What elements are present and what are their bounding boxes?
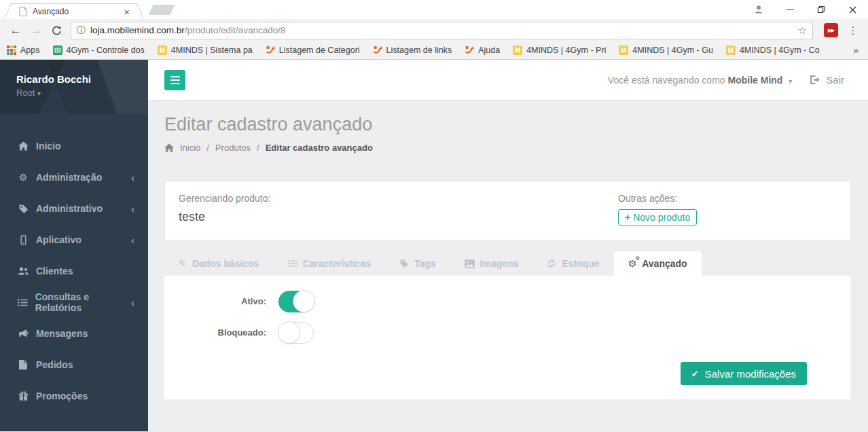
signout-button[interactable]: Sair	[810, 74, 844, 86]
bookmark-4minds-gu[interactable]: M 4MINDS | 4Gym - Gu	[619, 46, 713, 55]
tab-imagens[interactable]: Imagens	[450, 251, 533, 276]
managing-product-label: Gerenciando produto:	[179, 193, 618, 204]
tab-avancado[interactable]: ⚙⚙ Avançado	[614, 251, 702, 276]
signout-icon	[810, 75, 820, 85]
caret-down-icon: ▾	[789, 77, 792, 85]
new-tab-button[interactable]	[149, 5, 175, 15]
bookmark-4minds-pri[interactable]: M 4MINDS | 4Gym - Pri	[513, 46, 606, 55]
bookmark-4minds-co[interactable]: M 4MINDS | 4Gym - Co	[726, 46, 820, 55]
bookmark-star-icon[interactable]: ☆	[798, 24, 807, 37]
sidebar: Ricardo Bocchi Root ▾ Inicio ⚙ Administr…	[0, 60, 148, 431]
reload-icon[interactable]	[48, 22, 65, 39]
apps-grid-icon	[7, 46, 16, 55]
m-icon: M	[513, 46, 522, 55]
bookmark-4minds-sistema[interactable]: M 4MINDS | Sistema pa	[158, 46, 253, 55]
browser-toolbar: ← → ⓘ loja.mobilemind.com.br/produto/edi…	[0, 19, 868, 41]
sidebar-item-administrativo[interactable]: Administrativo ‹	[0, 193, 148, 224]
bookmark-apps[interactable]: Apps	[7, 46, 40, 55]
impersonation-dropdown[interactable]: Você está navegando como Mobile Mind ▾	[608, 75, 793, 86]
app-header: Você está navegando como Mobile Mind ▾ S…	[148, 60, 868, 101]
sidebar-item-administracao[interactable]: ⚙ Administração ‹	[0, 162, 148, 193]
advanced-tab-panel: Ativo: Bloqueado: ✔ Salvar modificações	[164, 276, 851, 399]
tab-caracteristicas[interactable]: Características	[274, 251, 385, 276]
file-icon	[16, 360, 30, 370]
page-info-icon[interactable]: ⓘ	[77, 24, 86, 37]
bookmarks-bar: Apps 4Gym - Controle dos M 4MINDS | Sist…	[0, 41, 868, 60]
browser-menu-icon[interactable]: ⋮	[845, 24, 861, 37]
tab-title: Avançado	[33, 7, 122, 16]
tab-dados-basicos[interactable]: ✎ Dados básicos	[164, 251, 274, 276]
m-icon: M	[619, 46, 628, 55]
m-icon: M	[726, 46, 736, 55]
restore-button[interactable]	[806, 0, 837, 19]
tag-icon	[399, 259, 409, 268]
breadcrumb-current: Editar cadastro avançado	[266, 143, 373, 153]
forward-icon[interactable]: →	[27, 22, 45, 39]
tab-close-icon[interactable]: ×	[122, 7, 132, 17]
gift-icon	[16, 391, 30, 401]
user-name: Ricardo Bocchi	[16, 73, 148, 85]
save-button[interactable]: ✔ Salvar modificações	[681, 362, 807, 385]
breadcrumb-produtos[interactable]: Produtos	[215, 143, 251, 153]
swoosh-icon	[266, 46, 275, 55]
sidebar-item-inicio[interactable]: Inicio	[0, 130, 148, 162]
chevron-left-icon: ‹	[131, 203, 134, 215]
chevron-left-icon: ‹	[131, 234, 134, 246]
home-icon	[16, 141, 30, 151]
extension-icon[interactable]: ▶▶	[824, 23, 838, 37]
bookmark-listagem-categorias[interactable]: Listagem de Categori	[266, 46, 360, 55]
pencil-icon: ✎	[179, 258, 187, 269]
close-window-button[interactable]	[837, 0, 868, 19]
breadcrumb: Inicio / Produtos / Editar cadastro avan…	[164, 143, 851, 153]
product-tabs: ✎ Dados básicos Características Tags Ima…	[164, 251, 851, 276]
gears-icon: ⚙⚙	[628, 259, 637, 268]
browser-tab[interactable]: Avançado ×	[12, 3, 136, 19]
sidebar-item-promocoes[interactable]: Promoções	[0, 380, 148, 412]
ativo-toggle[interactable]	[278, 291, 314, 312]
url-domain: loja.mobilemind.com.br	[90, 25, 185, 35]
product-name: teste	[179, 210, 618, 224]
bookmark-listagem-links[interactable]: Listagem de links	[373, 46, 452, 55]
sidebar-item-pedidos[interactable]: Pedidos	[0, 349, 148, 380]
page-content: Editar cadastro avançado Inicio / Produt…	[148, 101, 868, 431]
sidebar-toggle-button[interactable]	[164, 70, 185, 90]
sidebar-item-clientes[interactable]: Clientes	[0, 255, 148, 287]
list-icon	[288, 259, 297, 268]
sidebar-item-mensagens[interactable]: Mensagens	[0, 318, 148, 349]
tab-estoque[interactable]: Estoque	[532, 251, 613, 276]
chevron-left-icon: ‹	[131, 172, 134, 183]
bookmark-ajuda[interactable]: Ajuda	[465, 46, 500, 55]
ativo-label: Ativo:	[164, 291, 278, 312]
bookmarks-overflow-icon[interactable]: »	[853, 45, 861, 56]
users-icon	[16, 266, 30, 276]
bloqueado-toggle[interactable]	[278, 322, 314, 344]
bloqueado-label: Bloqueado:	[164, 322, 278, 344]
mobile-icon	[16, 235, 30, 245]
bookmark-4gym[interactable]: 4Gym - Controle dos	[53, 46, 145, 55]
minimize-button[interactable]	[774, 0, 806, 19]
breadcrumb-inicio[interactable]: Inicio	[180, 143, 200, 153]
tab-tags[interactable]: Tags	[385, 251, 450, 276]
url-bar[interactable]: ⓘ loja.mobilemind.com.br/produto/edit/av…	[71, 22, 813, 39]
user-panel: Ricardo Bocchi Root ▾	[0, 60, 148, 114]
profile-icon[interactable]	[743, 0, 774, 19]
sheets-icon	[53, 46, 62, 55]
sidebar-item-consultas[interactable]: Consultas e Relatórios ‹	[0, 287, 148, 318]
caret-down-icon: ▾	[37, 90, 41, 97]
sidebar-item-aplicativo[interactable]: Aplicativo ‹	[0, 224, 148, 255]
back-icon[interactable]: ←	[7, 22, 24, 39]
refresh-icon	[547, 259, 556, 268]
home-icon	[164, 143, 174, 152]
new-product-button[interactable]: + Novo produto	[618, 209, 697, 226]
impersonated-user: Mobile Mind	[728, 75, 783, 86]
swoosh-icon	[465, 46, 474, 55]
url-path: /produto/edit/avancado/8	[185, 25, 286, 35]
swoosh-icon	[373, 46, 382, 55]
check-icon: ✔	[691, 369, 699, 379]
page-title: Editar cadastro avançado	[164, 114, 851, 135]
other-actions-label: Outras ações:	[618, 193, 837, 204]
user-role-dropdown[interactable]: Root ▾	[16, 88, 148, 98]
list-icon	[16, 298, 29, 307]
url-text: loja.mobilemind.com.br/produto/edit/avan…	[90, 25, 285, 35]
megaphone-icon	[16, 329, 30, 338]
